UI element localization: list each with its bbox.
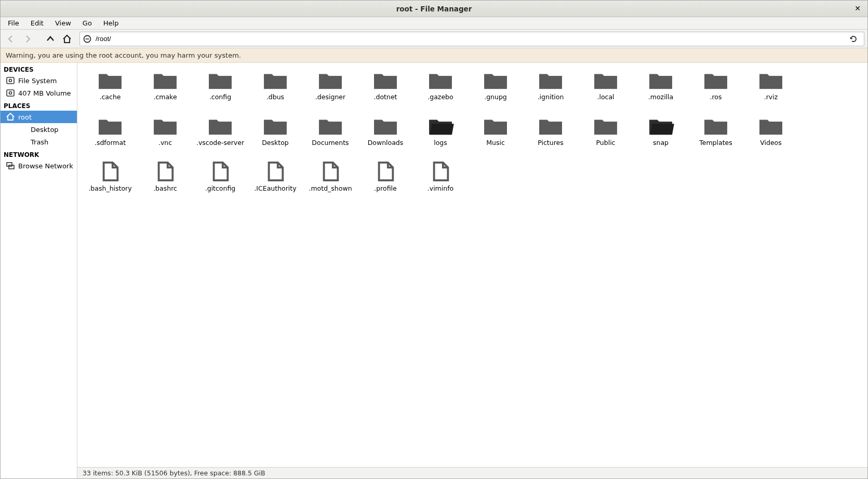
fs-item[interactable]: .dotnet bbox=[358, 67, 413, 111]
fs-item[interactable]: .gazebo bbox=[413, 67, 468, 111]
svg-point-7 bbox=[9, 79, 12, 82]
fs-item[interactable]: Music bbox=[468, 113, 523, 156]
nav-back-button[interactable] bbox=[4, 32, 18, 46]
fs-item[interactable]: .viminfo bbox=[413, 158, 468, 202]
fs-item-label: .gnupg bbox=[484, 93, 507, 101]
window-close-button[interactable]: ✕ bbox=[853, 4, 862, 13]
close-icon: ✕ bbox=[854, 4, 861, 12]
folder-icon bbox=[757, 115, 785, 137]
fs-item[interactable]: .cache bbox=[83, 67, 138, 111]
fs-item[interactable]: .vscode-server bbox=[193, 113, 248, 156]
fs-item-label: Pictures bbox=[538, 139, 564, 147]
folder-icon bbox=[206, 69, 234, 91]
fs-item[interactable]: Public bbox=[578, 113, 633, 156]
fs-item[interactable]: .gnupg bbox=[468, 67, 523, 111]
disk-icon bbox=[6, 88, 15, 98]
fs-item[interactable]: .ICEauthority bbox=[248, 158, 303, 202]
sidebar-item-file-system[interactable]: File System bbox=[1, 74, 77, 87]
fs-item-label: .local bbox=[597, 93, 614, 101]
fs-item[interactable]: .config bbox=[193, 67, 248, 111]
menu-go[interactable]: Go bbox=[77, 18, 97, 28]
folder-icon bbox=[482, 115, 510, 137]
fs-item-label: .sdformat bbox=[95, 139, 126, 147]
fs-item[interactable]: Downloads bbox=[358, 113, 413, 156]
fs-item[interactable]: .gitconfig bbox=[193, 158, 248, 202]
svg-rect-13 bbox=[154, 76, 177, 89]
fs-item[interactable]: Templates bbox=[688, 113, 743, 156]
menu-edit[interactable]: Edit bbox=[25, 18, 49, 28]
chevron-up-icon bbox=[46, 35, 55, 43]
svg-rect-28 bbox=[264, 122, 287, 135]
svg-rect-5 bbox=[86, 38, 89, 39]
nav-up-button[interactable] bbox=[43, 32, 58, 46]
fs-item-label: .bash_history bbox=[88, 184, 131, 192]
menu-file[interactable]: File bbox=[3, 18, 24, 28]
fs-item[interactable]: .bash_history bbox=[83, 158, 138, 202]
fs-item[interactable]: Documents bbox=[303, 113, 358, 156]
fs-item[interactable]: .dbus bbox=[248, 67, 303, 111]
sidebar-item-browse-network[interactable]: Browse Network bbox=[1, 159, 77, 172]
folder-icon bbox=[371, 69, 399, 91]
svg-rect-6 bbox=[7, 77, 14, 84]
fs-item-label: Videos bbox=[760, 139, 782, 147]
path-input[interactable] bbox=[95, 34, 843, 43]
folder-icon bbox=[647, 69, 675, 91]
home-icon bbox=[62, 34, 72, 44]
fs-item[interactable]: Videos bbox=[743, 113, 798, 156]
fs-item[interactable]: .sdformat bbox=[83, 113, 138, 156]
sidebar-item-desktop[interactable]: Desktop bbox=[1, 123, 77, 136]
menu-help[interactable]: Help bbox=[98, 18, 124, 28]
menubar: File Edit View Go Help bbox=[1, 17, 867, 30]
disk-icon bbox=[6, 76, 15, 85]
sidebar-item-407-mb-volume[interactable]: 407 MB Volume bbox=[1, 87, 77, 99]
folder-icon bbox=[757, 69, 785, 91]
fs-item[interactable]: .cmake bbox=[138, 67, 193, 111]
svg-rect-21 bbox=[594, 76, 617, 89]
sidebar-item-label: File System bbox=[18, 77, 57, 85]
fs-item-label: .config bbox=[209, 93, 231, 101]
fs-item[interactable]: .designer bbox=[303, 67, 358, 111]
fs-item[interactable]: .profile bbox=[358, 158, 413, 202]
fs-item[interactable]: .mozilla bbox=[633, 67, 688, 111]
sidebar-item-trash[interactable]: Trash bbox=[1, 136, 77, 148]
fs-item[interactable]: .ros bbox=[688, 67, 743, 111]
file-icon bbox=[316, 161, 344, 182]
svg-rect-20 bbox=[539, 76, 562, 89]
fs-item-label: Music bbox=[486, 139, 505, 147]
path-bar[interactable] bbox=[79, 32, 864, 46]
fs-item[interactable]: Desktop bbox=[248, 113, 303, 156]
none-icon bbox=[18, 125, 28, 134]
icon-view[interactable]: .cache.cmake.config.dbus.designer.dotnet… bbox=[77, 63, 867, 467]
fs-item-label: .vnc bbox=[158, 139, 172, 147]
fs-item[interactable]: snap bbox=[633, 113, 688, 156]
window: root - File Manager ✕ File Edit View Go … bbox=[0, 0, 868, 479]
sidebar-item-label: Trash bbox=[31, 138, 48, 146]
fs-item[interactable]: Pictures bbox=[523, 113, 578, 156]
fs-item[interactable]: .bashrc bbox=[138, 158, 193, 202]
window-title: root - File Manager bbox=[396, 5, 472, 13]
fs-item[interactable]: logs bbox=[413, 113, 468, 156]
svg-rect-25 bbox=[99, 122, 122, 135]
fs-item-label: Desktop bbox=[262, 139, 289, 147]
svg-rect-19 bbox=[484, 76, 507, 89]
sidebar: DEVICES File System407 MB Volume PLACES … bbox=[1, 63, 77, 478]
fs-item[interactable]: .motd_shown bbox=[303, 158, 358, 202]
nav-forward-button[interactable] bbox=[20, 32, 35, 46]
menu-view[interactable]: View bbox=[50, 18, 76, 28]
fs-item-label: .cache bbox=[100, 93, 121, 101]
fs-item[interactable]: .ignition bbox=[523, 67, 578, 111]
fs-item[interactable]: .vnc bbox=[138, 113, 193, 156]
folder-icon bbox=[261, 69, 289, 91]
nav-home-button[interactable] bbox=[60, 32, 74, 46]
svg-rect-22 bbox=[649, 76, 672, 89]
fs-item-label: .profile bbox=[374, 184, 396, 192]
svg-rect-32 bbox=[484, 122, 507, 135]
home-icon bbox=[6, 112, 15, 122]
svg-rect-12 bbox=[99, 76, 122, 89]
sidebar-item-root[interactable]: root bbox=[1, 111, 77, 123]
svg-rect-29 bbox=[319, 122, 342, 135]
fs-item[interactable]: .rviz bbox=[743, 67, 798, 111]
chevron-left-icon bbox=[7, 35, 15, 43]
fs-item[interactable]: .local bbox=[578, 67, 633, 111]
refresh-button[interactable] bbox=[846, 32, 861, 46]
